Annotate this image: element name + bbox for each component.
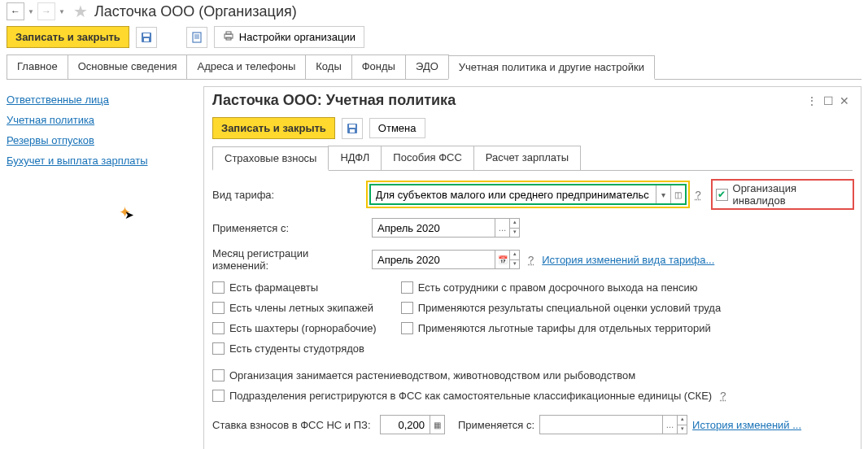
month-reg-help-icon[interactable]: ? [528, 254, 534, 266]
tab-codes[interactable]: Коды [305, 54, 351, 79]
check-icon: ✔ [716, 189, 728, 201]
tariff-combo[interactable]: ▾ ◫ [369, 184, 687, 205]
forward-history-dropdown: ▼ [57, 2, 67, 20]
tariff-open-icon[interactable]: ◫ [670, 185, 685, 203]
applies-from-field[interactable]: … ▴▾ [372, 218, 520, 238]
check-special-conditions[interactable]: Применяются результаты специальной оценк… [401, 302, 721, 314]
applies-from-ellipsis-icon[interactable]: … [495, 219, 509, 237]
month-reg-label: Месяц регистрации изменений: [212, 247, 367, 272]
history-tariff-link[interactable]: История изменений вида тарифа... [542, 254, 714, 266]
svg-rect-1 [143, 33, 150, 37]
inner-save-icon[interactable] [342, 118, 363, 139]
svg-rect-2 [144, 38, 149, 41]
inner-tab-fss[interactable]: Пособия ФСС [381, 146, 473, 170]
inner-tab-salary[interactable]: Расчет зарплаты [473, 146, 581, 170]
inner-dialog: Ласточка ООО: Учетная политика ⋮ ☐ ✕ Зап… [203, 86, 861, 449]
calendar-icon[interactable]: 📅 [495, 251, 509, 268]
sidebar-item-responsible[interactable]: Ответственные лица [7, 89, 194, 110]
inner-title: Ласточка ООО: Учетная политика [212, 92, 804, 109]
spin-up-icon[interactable]: ▴ [677, 416, 687, 425]
spin-up-icon[interactable]: ▴ [509, 219, 519, 229]
rate-applies-label: Применяется с: [458, 419, 534, 431]
tariff-dropdown-icon[interactable]: ▾ [656, 185, 670, 203]
spin-down-icon[interactable]: ▾ [509, 260, 519, 269]
spin-down-icon[interactable]: ▾ [509, 229, 519, 238]
maximize-icon[interactable]: ☐ [820, 94, 836, 107]
back-history-dropdown[interactable]: ▼ [26, 2, 36, 20]
check-agriculture[interactable]: Организация занимается растениеводством,… [212, 369, 853, 381]
forward-button: → [37, 2, 55, 20]
check-students[interactable]: Есть студенты студотрядов [212, 342, 377, 355]
applies-from-label: Применяется с: [212, 222, 367, 234]
sidebar-item-policy[interactable]: Учетная политика [7, 110, 194, 130]
sidebar-item-accounting[interactable]: Бухучет и выплата зарплаты [7, 150, 194, 171]
svg-rect-11 [349, 124, 355, 128]
org-invalid-checkbox[interactable]: ✔ Организация инвалидов [716, 182, 849, 207]
main-tabs: Главное Основные сведения Адреса и телеф… [7, 54, 861, 80]
inner-tab-insurance[interactable]: Страховые взносы [212, 146, 329, 171]
inner-tabs: Страховые взносы НДФЛ Пособия ФСС Расчет… [212, 146, 853, 171]
spin-up-icon[interactable]: ▴ [509, 251, 519, 260]
month-reg-input[interactable] [373, 251, 495, 268]
fss-help-icon[interactable]: ? [720, 390, 726, 402]
inner-save-close-button[interactable]: Записать и закрыть [212, 117, 335, 139]
tariff-help-icon[interactable]: ? [696, 189, 701, 201]
print-icon [223, 30, 234, 44]
inner-tab-ndfl[interactable]: НДФЛ [328, 146, 382, 170]
check-miners[interactable]: Есть шахтеры (горнорабочие) [212, 322, 377, 334]
svg-rect-3 [193, 33, 201, 42]
spin-down-icon[interactable]: ▾ [677, 425, 687, 434]
tab-funds[interactable]: Фонды [351, 54, 406, 79]
org-invalid-label: Организация инвалидов [733, 182, 849, 207]
tab-edo[interactable]: ЭДО [405, 54, 449, 79]
check-fss-units[interactable]: Подразделения регистрируются в ФСС как с… [212, 390, 853, 402]
check-early-pension[interactable]: Есть сотрудники с правом досрочного выхо… [401, 281, 721, 294]
save-close-button[interactable]: Записать и закрыть [7, 26, 129, 48]
rate-applies-field[interactable]: … ▴▾ [539, 415, 687, 434]
applies-from-input[interactable] [373, 219, 495, 237]
tab-addresses[interactable]: Адреса и телефоны [186, 54, 306, 79]
rate-history-link[interactable]: История изменений ... [692, 419, 801, 431]
rate-input[interactable] [381, 416, 430, 434]
save-icon-button[interactable] [136, 27, 157, 48]
tab-main[interactable]: Главное [7, 54, 68, 79]
check-pharm[interactable]: Есть фармацевты [212, 281, 377, 294]
org-settings-label: Настройки организации [239, 31, 355, 43]
svg-rect-12 [350, 129, 355, 133]
cancel-button[interactable]: Отмена [369, 118, 425, 138]
tab-policy[interactable]: Учетная политика и другие настройки [448, 55, 655, 80]
rate-label: Ставка взносов в ФСС НС и ПЗ: [212, 419, 375, 431]
more-icon[interactable]: ⋮ [804, 94, 820, 107]
svg-rect-8 [226, 32, 231, 34]
rate-applies-input[interactable] [540, 416, 662, 434]
check-preferential[interactable]: Применяются льготные тарифы для отдельны… [401, 322, 721, 334]
window-title: Ласточка ООО (Организация) [94, 3, 297, 20]
rate-ellipsis-icon[interactable]: … [662, 416, 677, 434]
check-flight[interactable]: Есть члены летных экипажей [212, 302, 377, 314]
tariff-input[interactable] [371, 185, 656, 203]
tab-general[interactable]: Основные сведения [68, 54, 188, 79]
sidebar-item-reserves[interactable]: Резервы отпусков [7, 130, 194, 150]
tariff-label: Вид тарифа: [212, 189, 364, 201]
org-settings-button[interactable]: Настройки организации [214, 26, 364, 48]
rate-field[interactable]: ▦ [380, 415, 445, 434]
rate-calc-icon[interactable]: ▦ [430, 416, 444, 434]
favorite-star-icon[interactable]: ★ [73, 2, 88, 21]
document-icon-button[interactable] [186, 27, 207, 48]
month-reg-field[interactable]: 📅 ▴▾ [372, 250, 520, 269]
sidebar: Ответственные лица Учетная политика Резе… [7, 86, 194, 449]
cursor-icon: ✦➤ [119, 203, 141, 221]
close-icon[interactable]: ✕ [836, 94, 853, 107]
back-button[interactable]: ← [7, 2, 24, 20]
